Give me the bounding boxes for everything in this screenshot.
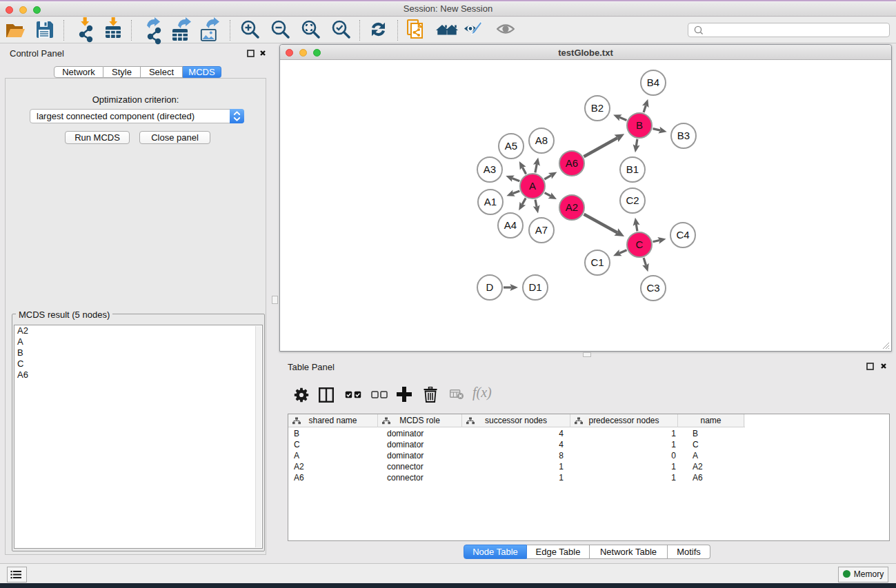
svg-text:A1: A1 [484,196,497,207]
svg-text:B: B [636,119,643,131]
svg-text:A7: A7 [535,224,548,236]
svg-text:C1: C1 [590,256,604,268]
svg-text:B4: B4 [647,77,659,88]
svg-text:A3: A3 [484,163,496,175]
svg-text:C4: C4 [676,229,689,241]
svg-text:A5: A5 [505,140,517,152]
svg-text:A6: A6 [566,157,578,169]
svg-text:A: A [529,180,536,192]
svg-text:A8: A8 [535,134,548,146]
svg-text:A4: A4 [504,219,517,231]
svg-text:B2: B2 [591,102,604,114]
svg-text:C: C [636,239,644,250]
svg-text:B1: B1 [626,163,639,175]
svg-text:D: D [486,281,494,293]
svg-text:A2: A2 [566,201,578,213]
svg-text:C2: C2 [626,194,639,206]
svg-text:f(x): f(x) [472,386,492,401]
svg-text:D1: D1 [528,281,541,293]
svg-text:B3: B3 [677,130,690,141]
svg-text:C3: C3 [646,282,659,294]
